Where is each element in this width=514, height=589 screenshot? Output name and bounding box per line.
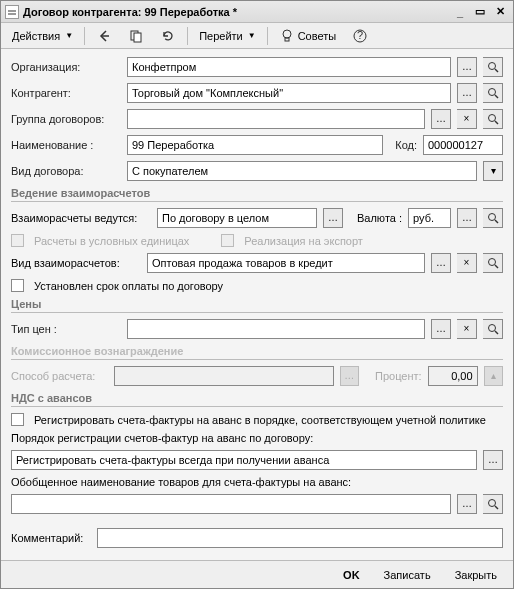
org-open-button[interactable] [483,57,503,77]
contract-group-select-button[interactable]: … [431,109,451,129]
commission-title: Комиссионное вознаграждение [11,345,503,360]
org-select-button[interactable]: … [457,57,477,77]
vat-gen-name-label: Обобщенное наименование товаров для счет… [11,476,351,488]
vat-order-input[interactable]: Регистрировать счета-фактуры всегда при … [11,450,477,470]
svg-point-3 [283,30,291,38]
currency-label: Валюта : [357,212,402,224]
settlement-type-label: Вид взаиморасчетов: [11,257,141,269]
vat-group: НДС с авансов Регистрировать счета-факту… [11,392,503,514]
commission-method-label: Способ расчета: [11,370,108,382]
refresh-icon [160,28,176,44]
tips-label: Советы [298,30,336,42]
pay-term-label: Установлен срок оплаты по договору [34,280,223,292]
save-button[interactable]: Записать [376,565,439,585]
export-label: Реализация на экспорт [244,235,363,247]
commission-method-input [114,366,334,386]
settlement-type-clear-button[interactable]: × [457,253,477,273]
magnifier-icon [487,212,499,224]
refresh-button[interactable] [153,26,183,46]
separator [84,27,85,45]
svg-line-18 [495,331,498,334]
window-icon [5,5,19,19]
help-button[interactable]: ? [345,26,375,46]
svg-point-9 [488,89,495,96]
tips-button[interactable]: Советы [272,26,343,46]
separator [187,27,188,45]
close-window-button[interactable]: ✕ [491,4,509,20]
comment-input[interactable] [97,528,503,548]
svg-point-13 [488,214,495,221]
dropdown-icon: ▼ [65,31,73,40]
prices-title: Цены [11,298,503,313]
magnifier-icon [487,323,499,335]
price-type-select-button[interactable]: … [431,319,451,339]
prices-group: Цены Тип цен : … × [11,298,503,339]
contract-window: Договор контрагента: 99 Переработка * _ … [0,0,514,589]
vat-gen-name-input[interactable] [11,494,451,514]
vat-order-select-button[interactable]: … [483,450,503,470]
price-type-input[interactable] [127,319,425,339]
minimize-button[interactable]: _ [451,4,469,20]
commission-method-select-button: … [340,366,359,386]
commission-percent-input: 0,00 [428,366,478,386]
vat-gen-name-open-button[interactable] [483,494,503,514]
vat-order-label: Порядок регистрации счетов-фактур на ава… [11,432,313,444]
counterparty-input[interactable]: Торговый дом "Комплексный" [127,83,451,103]
conv-units-checkbox [11,234,24,247]
magnifier-icon [487,87,499,99]
price-type-clear-button[interactable]: × [457,319,477,339]
contract-type-dropdown-button[interactable]: ▾ [483,161,503,181]
maximize-button[interactable]: ▭ [471,4,489,20]
bulb-icon [279,28,295,44]
settlements-title: Ведение взаиморасчетов [11,187,503,202]
currency-open-button[interactable] [483,208,503,228]
currency-select-button[interactable]: … [457,208,477,228]
settlements-group: Ведение взаиморасчетов Взаиморасчеты вед… [11,187,503,292]
currency-input[interactable]: руб. [408,208,451,228]
contract-type-label: Вид договора: [11,165,121,177]
arrow-left-icon [96,28,112,44]
org-input[interactable]: Конфетпром [127,57,451,77]
separator [267,27,268,45]
contract-group-input[interactable] [127,109,425,129]
comment-label: Комментарий: [11,532,91,544]
vat-title: НДС с авансов [11,392,503,407]
code-input[interactable]: 000000127 [423,135,503,155]
contract-type-select[interactable]: С покупателем [127,161,477,181]
price-type-open-button[interactable] [483,319,503,339]
toolbar: Действия ▼ Перейти ▼ Советы ? [1,23,513,49]
contract-group-clear-button[interactable]: × [457,109,477,129]
settlement-type-select-button[interactable]: … [431,253,451,273]
pay-term-checkbox[interactable] [11,279,24,292]
vat-gen-name-select-button[interactable]: … [457,494,477,514]
counterparty-select-button[interactable]: … [457,83,477,103]
contract-group-open-button[interactable] [483,109,503,129]
close-button[interactable]: Закрыть [447,565,505,585]
settlement-basis-select[interactable]: По договору в целом [157,208,317,228]
counterparty-open-button[interactable] [483,83,503,103]
svg-point-15 [488,259,495,266]
footer: OK Записать Закрыть [1,560,513,588]
ok-button[interactable]: OK [335,565,368,585]
magnifier-icon [487,498,499,510]
counterparty-label: Контрагент: [11,87,121,99]
titlebar: Договор контрагента: 99 Переработка * _ … [1,1,513,23]
svg-rect-4 [285,38,289,41]
nav-back-button[interactable] [89,26,119,46]
commission-group: Комиссионное вознаграждение Способ расче… [11,345,503,386]
go-menu[interactable]: Перейти ▼ [192,26,263,46]
contract-group-label: Группа договоров: [11,113,121,125]
code-label: Код: [395,139,417,151]
settlement-type-input[interactable]: Оптовая продажа товаров в кредит [147,253,425,273]
settlement-basis-dropdown-button[interactable]: … [323,208,343,228]
copy-button[interactable] [121,26,151,46]
svg-point-7 [488,63,495,70]
svg-point-19 [488,500,495,507]
svg-line-16 [495,265,498,268]
commission-percent-label: Процент: [375,370,422,382]
vat-reg-policy-checkbox[interactable] [11,413,24,426]
actions-menu[interactable]: Действия ▼ [5,26,80,46]
name-input[interactable]: 99 Переработка [127,135,383,155]
copy-icon [128,28,144,44]
settlement-type-open-button[interactable] [483,253,503,273]
